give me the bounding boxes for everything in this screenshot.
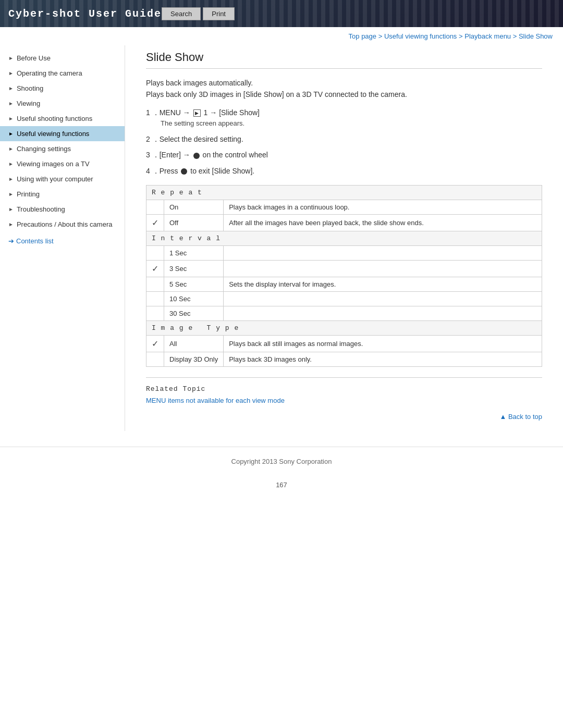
breadcrumb: Top page > Useful viewing functions > Pl…: [0, 27, 563, 45]
print-button[interactable]: Print: [203, 7, 235, 20]
contents-list-link[interactable]: ➔ Contents list: [0, 232, 125, 250]
arrow-icon: ►: [8, 206, 14, 212]
arrow-icon: ►: [8, 176, 14, 182]
page-number: 167: [0, 476, 563, 491]
sidebar-label-computer: Using with your computer: [17, 175, 93, 183]
desc-all: Plays back all still images as normal im…: [224, 336, 542, 352]
section-repeat: R e p e a t: [146, 186, 542, 200]
sidebar-item-before-use[interactable]: ► Before Use: [0, 51, 125, 66]
check-cell-all: ✓: [146, 336, 164, 352]
sidebar-label-precautions: Precautions / About this camera: [17, 220, 113, 228]
copyright-text: Copyright 2013 Sony Corporation: [231, 458, 332, 465]
table-row: 30 Sec: [146, 306, 542, 321]
table-row: 1 Sec: [146, 246, 542, 261]
step-2: 2 ．Select the desired setting.: [146, 133, 542, 145]
arrow-icon: ►: [8, 116, 14, 121]
circle-icon-2: [181, 168, 187, 175]
sidebar-item-computer[interactable]: ► Using with your computer: [0, 171, 125, 187]
content-area: Slide Show Plays back images automatical…: [125, 45, 563, 431]
sidebar-label-before-use: Before Use: [17, 54, 51, 62]
related-topic-label: Related Topic: [146, 385, 542, 393]
app-title: Cyber-shot User Guide: [8, 8, 162, 20]
section-image-type: I m a g e T y p e: [146, 321, 542, 336]
intro-line-1: Plays back images automatically.: [146, 77, 542, 89]
desc-30sec: [224, 306, 542, 321]
check-cell-off: ✓: [146, 215, 164, 231]
sidebar-item-useful-shooting[interactable]: ► Useful shooting functions: [0, 111, 125, 126]
sidebar-label-changing-settings: Changing settings: [17, 145, 71, 153]
arrow-icon-active: ►: [8, 131, 14, 137]
circle-icon: [193, 153, 200, 159]
table-row: On Plays back images in a continuous loo…: [146, 200, 542, 215]
option-1sec: 1 Sec: [164, 246, 224, 261]
related-topic: Related Topic MENU items not available f…: [146, 377, 542, 404]
desc-1sec: [224, 246, 542, 261]
sidebar-item-printing[interactable]: ► Printing: [0, 187, 125, 202]
section-repeat-header: R e p e a t: [146, 186, 542, 200]
sidebar-item-precautions[interactable]: ► Precautions / About this camera: [0, 217, 125, 232]
page-title: Slide Show: [146, 51, 542, 69]
arrow-icon: ►: [8, 55, 14, 61]
sidebar-item-viewing-tv[interactable]: ► Viewing images on a TV: [0, 156, 125, 171]
breadcrumb-top[interactable]: Top page: [349, 32, 377, 40]
back-to-top[interactable]: ▲ Back to top: [146, 413, 542, 421]
contents-link-label: Contents list: [16, 237, 54, 245]
intro-text: Plays back images automatically. Plays b…: [146, 77, 542, 101]
play-icon: ▶: [193, 109, 201, 117]
arrow-icon: ►: [8, 85, 14, 91]
section-image-type-header: I m a g e T y p e: [146, 321, 542, 336]
sidebar: ► Before Use ► Operating the camera ► Sh…: [0, 45, 125, 431]
desc-5sec: Sets the display interval for images.: [224, 277, 542, 292]
breadcrumb-useful-viewing[interactable]: Useful viewing functions: [384, 32, 457, 40]
arrow-icon: ►: [8, 161, 14, 167]
arrow-icon: ►: [8, 146, 14, 152]
search-button[interactable]: Search: [162, 7, 201, 20]
desc-3d: Plays back 3D images only.: [224, 352, 542, 367]
table-row: ✓ 3 Sec: [146, 261, 542, 277]
sidebar-item-changing-settings[interactable]: ► Changing settings: [0, 141, 125, 156]
sidebar-label-viewing: Viewing: [17, 100, 40, 107]
sidebar-label-troubleshooting: Troubleshooting: [17, 205, 65, 213]
intro-line-2: Plays back only 3D images in [Slide Show…: [146, 89, 542, 100]
sidebar-label-printing: Printing: [17, 190, 40, 198]
sidebar-item-troubleshooting[interactable]: ► Troubleshooting: [0, 202, 125, 217]
option-30sec: 30 Sec: [164, 306, 224, 321]
header: Cyber-shot User Guide Search Print: [0, 0, 563, 27]
arrow-icon: ►: [8, 101, 14, 106]
option-3sec: 3 Sec: [164, 261, 224, 277]
desc-10sec: [224, 292, 542, 306]
option-5sec: 5 Sec: [164, 277, 224, 292]
sidebar-item-viewing[interactable]: ► Viewing: [0, 96, 125, 111]
breadcrumb-slide-show[interactable]: Slide Show: [519, 32, 553, 40]
steps-list: 1 ．MENU → ▶ 1 → [Slide Show] The setting…: [146, 107, 542, 177]
step-3: 3 ．[Enter] → on the control wheel: [146, 149, 542, 161]
check-cell: [146, 292, 164, 306]
desc-3sec: [224, 261, 542, 277]
header-buttons: Search Print: [162, 7, 235, 20]
step-4: 4 ．Press to exit [Slide Show].: [146, 165, 542, 177]
desc-on: Plays back images in a continuous loop.: [224, 200, 542, 215]
sidebar-label-useful-viewing: Useful viewing functions: [17, 130, 89, 138]
footer: Copyright 2013 Sony Corporation: [0, 447, 563, 476]
check-cell: [146, 306, 164, 321]
sidebar-item-shooting[interactable]: ► Shooting: [0, 81, 125, 96]
sidebar-item-useful-viewing[interactable]: ► Useful viewing functions: [0, 126, 125, 141]
option-3d: Display 3D Only: [164, 352, 224, 367]
sidebar-label-shooting: Shooting: [17, 84, 43, 92]
option-10sec: 10 Sec: [164, 292, 224, 306]
arrow-icon: ►: [8, 70, 14, 76]
step-1: 1 ．MENU → ▶ 1 → [Slide Show] The setting…: [146, 107, 542, 129]
table-row: ✓ All Plays back all still images as nor…: [146, 336, 542, 352]
sidebar-label-viewing-tv: Viewing images on a TV: [17, 160, 90, 168]
section-interval: I n t e r v a l: [146, 231, 542, 246]
arrow-right-icon: ➔: [8, 237, 14, 245]
sidebar-label-useful-shooting: Useful shooting functions: [17, 115, 92, 122]
breadcrumb-playback-menu[interactable]: Playback menu: [464, 32, 511, 40]
settings-table: R e p e a t On Plays back images in a co…: [146, 185, 542, 367]
arrow-icon: ►: [8, 191, 14, 197]
check-cell: [146, 277, 164, 292]
section-interval-header: I n t e r v a l: [146, 231, 542, 246]
check-cell-3d: [146, 352, 164, 367]
sidebar-item-operating[interactable]: ► Operating the camera: [0, 66, 125, 81]
related-topic-link[interactable]: MENU items not available for each view m…: [146, 397, 285, 404]
